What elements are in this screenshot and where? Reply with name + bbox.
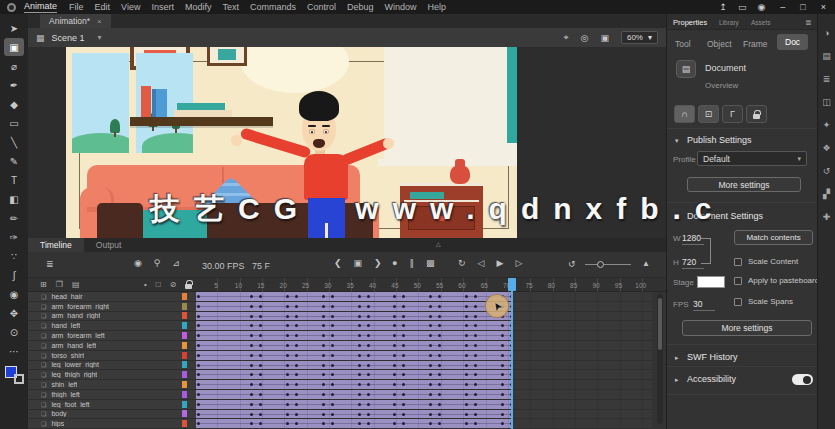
accessibility-header[interactable]: Accessibility [687,374,736,384]
step-forward-icon[interactable]: ▷ [515,258,522,268]
layer-outline-color[interactable] [182,401,187,408]
layer-thigh_left[interactable]: ❑thigh_left [28,390,196,400]
tween-span[interactable] [196,312,513,321]
menu-commands[interactable]: Commands [250,2,296,12]
reset-zoom-icon[interactable]: ↺ [568,259,576,269]
share-icon[interactable]: ↥ [719,2,727,12]
pencil-tool[interactable]: ✏ [4,209,24,227]
eraser-tool[interactable]: ◆ [4,95,24,113]
layer-outline-color[interactable] [182,361,187,368]
profile-select[interactable]: Default ▾ [697,151,807,166]
layer-head_hair[interactable]: ❑head_hair [28,292,196,302]
lock-guides-button[interactable] [746,105,767,123]
tween-span[interactable] [196,400,513,409]
tab-frame[interactable]: Frame [743,39,768,49]
layer-hand_left[interactable]: ❑hand_left [28,321,196,331]
frame-grid[interactable] [196,292,652,429]
frames-thigh_left[interactable] [196,390,652,400]
tween-span[interactable] [196,361,513,370]
record-icon[interactable]: ◉ [757,2,765,12]
menu-file[interactable]: File [69,2,84,12]
tween-span[interactable] [196,292,513,301]
tab-assets[interactable]: Assets [751,19,771,26]
chevron-right-icon[interactable]: ▸ [675,376,679,384]
frames-leg_lower_right[interactable] [196,361,652,371]
play-icon[interactable]: ▶ [496,258,503,268]
checkbox-box[interactable] [734,298,742,306]
text-tool[interactable]: T [4,171,24,189]
brushes-panel-icon[interactable]: ✦ [823,120,831,130]
free-transform-tool[interactable]: ▣ [4,38,24,56]
layer-outline-color[interactable] [182,371,187,378]
align-panel-icon[interactable]: ≣ [823,74,831,84]
onion-outlines-icon[interactable]: ∥ [409,258,414,268]
layer-outline-color[interactable] [182,352,187,359]
tween-span[interactable] [196,370,513,379]
chevron-down-icon[interactable]: ▾ [675,137,679,145]
parenting-view-icon[interactable]: ⚲ [154,258,161,268]
stage-zoom-control[interactable]: 60% ▾ [621,31,658,44]
tab-library[interactable]: Library [719,19,739,26]
checkbox-apply-to-pasteboard[interactable]: Apply to pasteboard [734,276,819,285]
tween-span[interactable] [196,380,513,389]
lasso-tool[interactable]: ⌀ [4,57,24,75]
loop-icon[interactable]: ↻ [458,258,466,268]
menu-edit[interactable]: Edit [95,2,111,12]
layer-shin_left[interactable]: ❑shin_left [28,380,196,390]
menu-debug[interactable]: Debug [347,2,374,12]
layer-outline-color[interactable] [182,303,187,310]
scene-icon[interactable]: ▦ [36,33,45,43]
onion-marker-icon[interactable]: △ [436,240,441,247]
layer-leg_foot_left[interactable]: ❑leg_foot_left [28,400,196,410]
frame-ruler[interactable]: 5101520253035404550556065707580859095100 [28,278,666,292]
more-tools-tool[interactable]: ⋯ [4,342,24,360]
bone-tool[interactable]: ʃ [4,266,24,284]
tween-span[interactable] [196,419,513,428]
info-panel-icon[interactable]: ▞ [823,189,830,199]
tab-properties[interactable]: Properties [673,18,707,27]
components-panel-icon[interactable]: ❖ [822,143,830,153]
layers-stack-icon[interactable]: ≣ [46,259,54,269]
tween-span[interactable] [196,331,513,340]
timeline-scrollbar[interactable] [657,294,663,424]
zoom-tool[interactable]: ⊙ [4,323,24,341]
rectangle-tool[interactable]: ▭ [4,114,24,132]
tab-output[interactable]: Output [84,238,134,252]
layer-torso_shirt[interactable]: ❑torso_shirt [28,351,196,361]
color-panel-icon[interactable]: ◑ [824,28,829,38]
snap-to-grid-button[interactable]: Γ [722,105,743,123]
libraries-panel-icon[interactable]: ◫ [822,97,831,107]
center-stage-icon[interactable]: ⌖ [564,32,569,43]
frames-arm_forearm_right[interactable] [196,302,652,312]
tab-tool[interactable]: Tool [675,39,691,49]
maximize-button[interactable]: □ [800,2,805,12]
menu-window[interactable]: Window [385,2,417,12]
fps-field[interactable]: 30 [693,299,715,311]
chevron-right-icon[interactable]: ▸ [675,354,679,362]
layer-outline-color[interactable] [182,332,187,339]
frames-arm_hand_right[interactable] [196,312,652,322]
playhead-handle[interactable] [508,278,516,291]
display-icon[interactable]: ▭ [738,2,747,12]
timeline-resize-icon[interactable]: ▲ [642,259,650,268]
layer-body[interactable]: ❑body [28,410,196,420]
frames-hand_left[interactable] [196,321,652,331]
frames-leg_foot_left[interactable] [196,400,652,410]
layer-outline-color[interactable] [182,342,187,349]
layer-outline-color[interactable] [182,312,187,319]
layer-outline-color[interactable] [182,391,187,398]
timeline-zoom-slider[interactable] [585,264,631,265]
graph-editor-icon[interactable]: ⊿ [172,258,180,268]
snap-to-objects-button[interactable]: ∩ [674,105,695,123]
gradient-tool[interactable]: ◧ [4,190,24,208]
layer-outline-color[interactable] [182,410,187,417]
frames-arm_forearm_left[interactable] [196,331,652,341]
checkbox-box[interactable] [734,258,742,266]
height-field[interactable]: 720 [682,257,704,269]
line-tool[interactable]: ╲ [4,133,24,151]
frames-head_hair[interactable] [196,292,652,302]
step-back-icon[interactable]: ◁ [478,258,485,268]
pen-tool[interactable]: ✒ [4,76,24,94]
edit-multiple-frames-icon[interactable]: ▩ [426,258,435,268]
frames-hips[interactable] [196,419,652,429]
